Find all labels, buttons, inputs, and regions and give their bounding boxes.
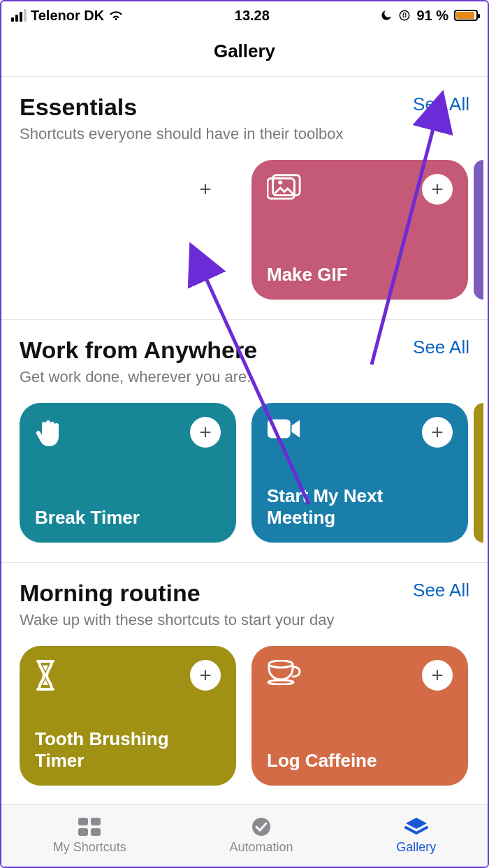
card-label: Make GIF <box>267 264 453 286</box>
svg-rect-5 <box>55 179 58 182</box>
svg-rect-8 <box>45 184 48 187</box>
section-title: Essentials <box>20 94 137 121</box>
keyboard-icon <box>35 174 70 209</box>
svg-rect-22 <box>91 818 101 825</box>
svg-rect-24 <box>91 828 101 836</box>
section-subtitle: Get work done, wherever you are. <box>20 368 469 386</box>
grid-icon <box>77 816 102 837</box>
see-all-link[interactable]: See All <box>413 580 469 601</box>
section-title: Work from Anywhere <box>20 337 257 364</box>
see-all-link[interactable]: See All <box>413 337 469 358</box>
svg-rect-23 <box>78 828 88 836</box>
add-button[interactable]: + <box>422 174 453 205</box>
tab-label: My Shortcuts <box>53 840 126 855</box>
add-button[interactable]: + <box>190 417 221 448</box>
tab-label: Gallery <box>396 840 436 855</box>
wifi-icon <box>108 10 124 21</box>
svg-point-17 <box>269 661 293 668</box>
see-all-link[interactable]: See All <box>413 94 469 115</box>
card-label: Tooth Brushing Timer <box>35 728 221 772</box>
tab-gallery[interactable]: Gallery <box>396 816 436 855</box>
svg-rect-11 <box>60 184 63 187</box>
status-time: 13.28 <box>235 8 270 24</box>
section-work-from-anywhere: Work from Anywhere See All Get work done… <box>1 320 488 563</box>
card-label: Break Timer <box>35 507 221 529</box>
section-morning-routine: Morning routine See All Wake up with the… <box>1 563 488 786</box>
card-label: Log Caffeine <box>267 750 453 772</box>
svg-rect-10 <box>55 184 58 187</box>
section-title: Morning routine <box>20 580 200 607</box>
shortcut-card-tooth-brushing-timer[interactable]: + Tooth Brushing Timer <box>20 646 236 786</box>
cup-icon <box>267 660 302 695</box>
svg-rect-6 <box>60 179 63 182</box>
layers-icon <box>404 816 429 837</box>
tab-bar: My Shortcuts Automation Gallery <box>1 804 488 867</box>
svg-point-0 <box>400 10 410 20</box>
card-label: Create Meeting Note <box>35 264 221 286</box>
orientation-lock-icon <box>398 9 411 22</box>
svg-rect-4 <box>50 179 53 182</box>
section-subtitle: Shortcuts everyone should have in their … <box>20 125 469 143</box>
shortcut-card-create-meeting-note[interactable]: + Create Meeting Note <box>20 160 236 300</box>
tab-label: Automation <box>229 840 293 855</box>
add-button[interactable]: + <box>422 660 453 691</box>
hourglass-icon <box>35 660 70 695</box>
svg-point-25 <box>252 818 270 836</box>
card-peek[interactable] <box>474 160 483 300</box>
battery-percent: 91 % <box>416 8 448 24</box>
svg-rect-21 <box>78 818 88 825</box>
clock-check-icon <box>249 816 274 837</box>
page-title: Gallery <box>1 29 488 77</box>
svg-rect-12 <box>43 190 61 193</box>
add-button[interactable]: + <box>190 174 221 205</box>
svg-point-15 <box>278 180 282 184</box>
shortcut-card-log-caffeine[interactable]: + Log Caffeine <box>251 646 468 786</box>
svg-rect-2 <box>41 179 43 182</box>
shortcut-card-break-timer[interactable]: + Break Timer <box>20 403 236 543</box>
status-right: 91 % <box>380 8 478 24</box>
signal-icon <box>11 9 27 22</box>
status-bar: Telenor DK 13.28 91 % <box>1 1 488 29</box>
carrier-label: Telenor DK <box>31 8 104 24</box>
battery-icon <box>454 10 478 21</box>
add-button[interactable]: + <box>190 660 221 691</box>
moon-icon <box>380 9 393 22</box>
card-peek[interactable] <box>474 403 483 543</box>
shortcut-card-start-my-next-meeting[interactable]: + Start My Next Meeting <box>251 403 468 543</box>
svg-rect-3 <box>45 179 48 182</box>
svg-rect-7 <box>41 184 43 187</box>
card-label: Start My Next Meeting <box>267 485 453 529</box>
section-essentials: Essentials See All Shortcuts everyone sh… <box>1 77 488 320</box>
hand-icon <box>35 417 70 452</box>
video-icon <box>267 417 302 452</box>
tab-my-shortcuts[interactable]: My Shortcuts <box>53 816 126 855</box>
photos-icon <box>267 174 302 209</box>
svg-rect-9 <box>50 184 53 187</box>
svg-rect-16 <box>268 420 291 439</box>
status-left: Telenor DK <box>11 8 124 24</box>
tab-automation[interactable]: Automation <box>229 816 293 855</box>
svg-point-18 <box>268 680 293 684</box>
shortcut-card-make-gif[interactable]: + Make GIF <box>251 160 468 300</box>
add-button[interactable]: + <box>422 417 453 448</box>
section-subtitle: Wake up with these shortcuts to start yo… <box>20 611 469 629</box>
